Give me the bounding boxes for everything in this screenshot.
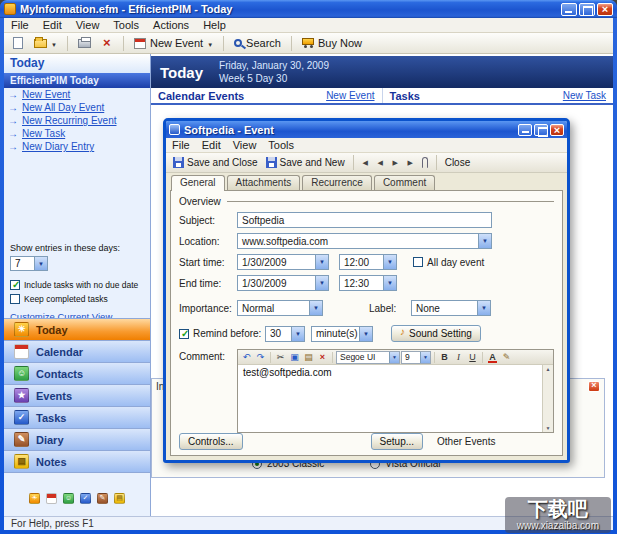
delete-button[interactable]: [98, 37, 117, 50]
menu-actions[interactable]: Actions: [146, 19, 196, 31]
dialog-menu-edit[interactable]: Edit: [196, 139, 227, 151]
next-item-button[interactable]: [389, 156, 402, 170]
tab-recurrence[interactable]: Recurrence: [302, 175, 372, 190]
end-date-select[interactable]: 1/30/2009: [237, 275, 329, 291]
label-label: Label:: [369, 303, 411, 314]
notes-icon[interactable]: [114, 493, 125, 504]
sidebar-item-contacts[interactable]: Contacts: [4, 363, 150, 385]
chevron-down-icon: [477, 301, 490, 315]
comment-body[interactable]: test@softpedia.com: [238, 365, 553, 432]
link-new-all-day-event[interactable]: New All Day Event: [4, 101, 150, 114]
tab-attachments[interactable]: Attachments: [227, 175, 301, 190]
link-new-diary-entry[interactable]: New Diary Entry: [4, 140, 150, 153]
toolbar-separator: [332, 352, 333, 363]
sidebar-item-today[interactable]: Today: [4, 319, 150, 341]
maximize-button[interactable]: [579, 3, 595, 16]
copy-icon[interactable]: [288, 351, 301, 364]
start-date-value: 1/30/2009: [242, 257, 287, 268]
tasks-column: Tasks New Task: [382, 88, 614, 103]
paste-icon[interactable]: [302, 351, 315, 364]
bold-icon[interactable]: [438, 351, 451, 364]
new-event-button[interactable]: New Event: [130, 36, 217, 50]
dialog-minimize-button[interactable]: [518, 124, 532, 136]
redo-icon[interactable]: [254, 351, 267, 364]
all-day-checkbox[interactable]: All day event: [413, 257, 484, 268]
panel-close-icon[interactable]: [588, 381, 600, 392]
delete-icon[interactable]: [316, 351, 329, 364]
link-new-recurring-event[interactable]: New Recurring Event: [4, 114, 150, 127]
save-and-new-button[interactable]: Save and New: [263, 156, 348, 169]
italic-icon[interactable]: [452, 351, 465, 364]
checkbox-no-due-date[interactable]: Include tasks with no due date: [10, 280, 144, 290]
importance-select[interactable]: Normal: [237, 300, 323, 316]
remind-unit-select[interactable]: minute(s): [311, 326, 373, 342]
checkbox-icon: [179, 329, 189, 339]
menu-view[interactable]: View: [69, 19, 107, 31]
start-date-select[interactable]: 1/30/2009: [237, 254, 329, 270]
last-item-button[interactable]: [404, 156, 417, 170]
menu-tools[interactable]: Tools: [106, 19, 146, 31]
sidebar-item-tasks[interactable]: Tasks: [4, 407, 150, 429]
subject-field[interactable]: Softpedia: [237, 212, 492, 228]
setup-button[interactable]: Setup...: [371, 433, 423, 450]
save-and-close-button[interactable]: Save and Close: [170, 156, 261, 169]
dialog-menu-view[interactable]: View: [227, 139, 263, 151]
close-button[interactable]: [597, 3, 613, 16]
today-icon[interactable]: [29, 493, 40, 504]
link-new-task[interactable]: New Task: [4, 127, 150, 140]
dialog-menu-tools[interactable]: Tools: [262, 139, 300, 151]
new-event-link[interactable]: New Event: [326, 90, 374, 101]
remind-value-select[interactable]: 30: [265, 326, 305, 342]
controls-button[interactable]: Controls...: [179, 433, 243, 450]
sound-setting-button[interactable]: Sound Setting: [391, 325, 481, 342]
menu-help[interactable]: Help: [196, 19, 233, 31]
search-icon: [234, 39, 242, 47]
overview-section: Overview: [179, 196, 554, 207]
calendar-icon[interactable]: [46, 493, 57, 504]
events-icon: [14, 388, 29, 403]
days-select[interactable]: 7: [10, 256, 48, 271]
buy-now-button[interactable]: Buy Now: [298, 36, 366, 50]
sidebar-item-diary[interactable]: Diary: [4, 429, 150, 451]
sidebar-item-notes[interactable]: Notes: [4, 451, 150, 473]
tab-general[interactable]: General: [171, 175, 225, 191]
print-button[interactable]: [74, 38, 95, 49]
dialog-menu-file[interactable]: File: [166, 139, 196, 151]
contacts-icon[interactable]: [63, 493, 74, 504]
editor-scrollbar[interactable]: [542, 365, 553, 432]
remind-before-checkbox[interactable]: Remind before:: [179, 328, 265, 339]
link-new-event[interactable]: New Event: [4, 88, 150, 101]
sidebar-item-events[interactable]: Events: [4, 385, 150, 407]
label-select[interactable]: None: [411, 300, 491, 316]
checkbox-keep-completed[interactable]: Keep completed tasks: [10, 294, 144, 304]
new-item-button[interactable]: [9, 36, 27, 50]
tab-comment[interactable]: Comment: [374, 175, 435, 190]
search-button[interactable]: Search: [230, 36, 285, 50]
end-time-select[interactable]: 12:30: [339, 275, 397, 291]
font-select[interactable]: Segoe UI: [336, 351, 400, 364]
start-time-select[interactable]: 12:00: [339, 254, 397, 270]
cut-icon[interactable]: [274, 351, 287, 364]
menu-edit[interactable]: Edit: [36, 19, 69, 31]
dialog-maximize-button[interactable]: [534, 124, 548, 136]
menu-file[interactable]: File: [4, 19, 36, 31]
diary-icon[interactable]: [97, 493, 108, 504]
minimize-button[interactable]: [561, 3, 577, 16]
attachment-button[interactable]: [419, 156, 431, 169]
location-field[interactable]: www.softpedia.com: [237, 233, 492, 249]
font-color-icon[interactable]: [486, 351, 499, 364]
previous-item-button[interactable]: [374, 156, 387, 170]
underline-icon[interactable]: [466, 351, 479, 364]
open-button[interactable]: [30, 36, 61, 50]
new-task-link[interactable]: New Task: [563, 90, 606, 101]
font-size-select[interactable]: 9: [401, 351, 431, 364]
close-dialog-button[interactable]: Close: [442, 156, 474, 169]
watermark-url: www.xiazaiba.com: [517, 520, 599, 531]
sidebar-item-calendar[interactable]: Calendar: [4, 341, 150, 363]
toolbar-separator: [123, 36, 124, 51]
tasks-icon[interactable]: [80, 493, 91, 504]
first-item-button[interactable]: [359, 156, 372, 170]
undo-icon[interactable]: [240, 351, 253, 364]
dialog-close-button[interactable]: [550, 124, 564, 136]
highlight-icon[interactable]: [500, 351, 513, 364]
